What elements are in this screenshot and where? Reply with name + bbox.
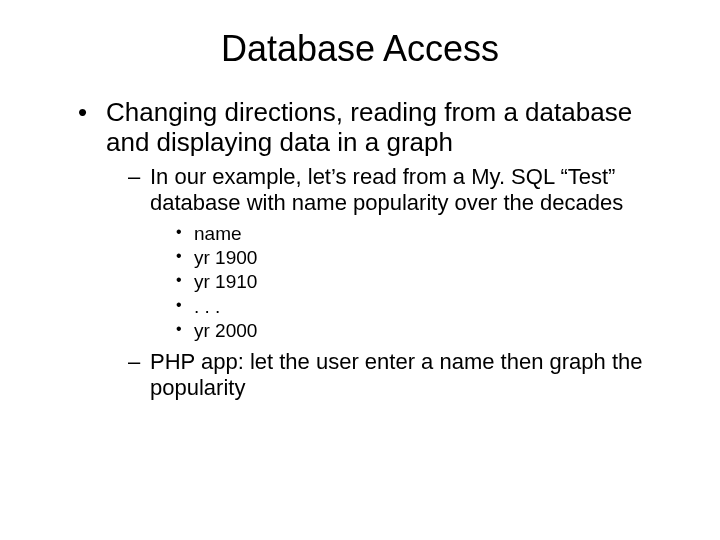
bullet-sub1-text: In our example, let’s read from a My. SQ… — [150, 164, 623, 215]
bullet-sub2: PHP app: let the user enter a name then … — [128, 349, 680, 401]
field-item-2: yr 1910 — [176, 270, 680, 294]
bullet-list-level2: In our example, let’s read from a My. SQ… — [106, 164, 680, 401]
bullet-main-text: Changing directions, reading from a data… — [106, 97, 632, 157]
field-item-0: name — [176, 222, 680, 246]
slide-title: Database Access — [40, 28, 680, 70]
field-item-3: . . . — [176, 295, 680, 319]
bullet-sub1: In our example, let’s read from a My. SQ… — [128, 164, 680, 343]
bullet-list-level1: Changing directions, reading from a data… — [40, 98, 680, 401]
bullet-sub2-text: PHP app: let the user enter a name then … — [150, 349, 642, 400]
field-item-1: yr 1900 — [176, 246, 680, 270]
field-item-4: yr 2000 — [176, 319, 680, 343]
bullet-list-level3: name yr 1900 yr 1910 . . . yr 2000 — [150, 222, 680, 344]
bullet-main: Changing directions, reading from a data… — [78, 98, 680, 401]
